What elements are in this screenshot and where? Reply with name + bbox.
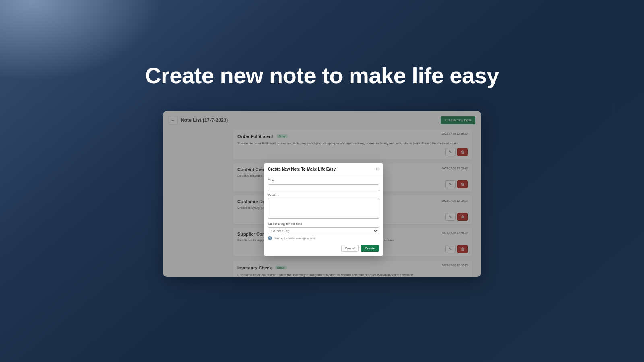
hint-text: Use tag for better managing note. (274, 237, 316, 240)
hero-title: Create new note to make life easy (0, 62, 644, 88)
tag-select-label: Select a tag for the note (268, 222, 379, 226)
create-note-modal: Create New Note To Make Life Easy. ✕ Tit… (264, 163, 383, 256)
close-button[interactable]: ✕ (376, 167, 379, 172)
create-button[interactable]: Create (361, 245, 379, 252)
info-icon: ? (268, 236, 272, 240)
content-label: Content (268, 193, 379, 197)
title-input[interactable] (268, 184, 379, 191)
content-textarea[interactable] (268, 198, 379, 219)
cancel-button[interactable]: Cancel (341, 245, 359, 252)
app-window: ← Note List (17-7-2023) Create new note … (163, 111, 481, 277)
modal-title: Create New Note To Make Life Easy. (268, 167, 336, 171)
title-label: Title (268, 179, 379, 182)
tag-select[interactable]: Select a Tag (268, 227, 379, 234)
close-icon: ✕ (376, 167, 379, 171)
